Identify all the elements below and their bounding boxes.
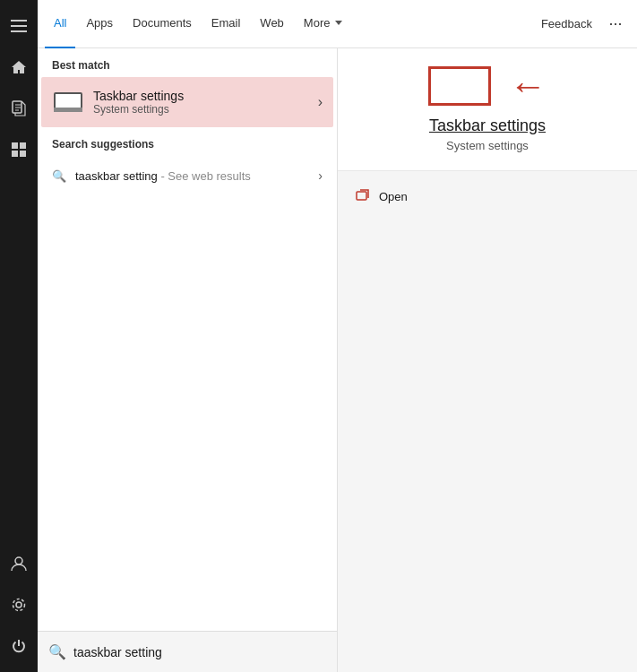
right-top-icons: ← xyxy=(428,66,547,106)
tab-email[interactable]: Email xyxy=(202,0,250,48)
home-icon[interactable] xyxy=(0,48,38,86)
hamburger-icon[interactable] xyxy=(0,7,38,45)
right-actions: Open xyxy=(338,171,637,222)
best-match-text: Taskbar settings System settings xyxy=(93,89,318,116)
settings-icon[interactable] xyxy=(0,586,38,624)
search-input[interactable] xyxy=(73,645,326,659)
tab-web[interactable]: Web xyxy=(251,0,293,48)
best-match-subtitle: System settings xyxy=(93,103,318,116)
content-area: Best match Taskbar settings System setti… xyxy=(38,48,637,672)
taskbar-settings-icon xyxy=(52,86,84,118)
nav-more-button[interactable]: ··· xyxy=(601,10,630,39)
feedback-button[interactable]: Feedback xyxy=(532,12,601,36)
taskbar-preview-icon xyxy=(428,66,491,106)
tab-documents[interactable]: Documents xyxy=(124,0,201,48)
power-icon[interactable] xyxy=(0,627,38,665)
svg-rect-0 xyxy=(11,20,27,22)
suggestion-chevron-icon: › xyxy=(318,168,323,183)
top-nav: All Apps Documents Email Web More Feedba… xyxy=(38,0,637,48)
right-panel-title: Taskbar settings xyxy=(429,116,546,135)
sidebar-bottom xyxy=(0,545,38,672)
arrow-left-icon: ← xyxy=(509,67,547,105)
chevron-down-icon xyxy=(335,21,342,25)
best-match-label: Best match xyxy=(38,48,337,77)
search-suggestion-icon: 🔍 xyxy=(52,169,66,183)
svg-rect-4 xyxy=(12,142,18,149)
search-bar: 🔍 xyxy=(38,631,337,672)
search-suggestions-section: Search suggestions xyxy=(38,127,337,161)
svg-rect-7 xyxy=(20,151,26,157)
best-match-item[interactable]: Taskbar settings System settings › xyxy=(41,77,333,127)
tab-more[interactable]: More xyxy=(295,0,352,48)
open-action-icon xyxy=(356,189,370,204)
best-match-title: Taskbar settings xyxy=(93,89,318,103)
right-panel-subtitle: System settings xyxy=(446,139,529,152)
person-icon[interactable] xyxy=(0,545,38,582)
grid-icon[interactable] xyxy=(0,131,38,168)
svg-rect-5 xyxy=(20,142,26,149)
right-panel: ← Taskbar settings System settings Open xyxy=(338,48,637,672)
search-suggestion-text: taaskbar setting - See web results xyxy=(75,169,318,183)
svg-point-8 xyxy=(15,557,22,564)
search-suggestions-label: Search suggestions xyxy=(52,138,323,156)
search-suggestion-item[interactable]: 🔍 taaskbar setting - See web results › xyxy=(41,161,333,190)
right-panel-top: ← Taskbar settings System settings xyxy=(338,48,637,171)
open-action-label: Open xyxy=(379,190,408,203)
best-match-arrow-icon: › xyxy=(318,94,323,110)
svg-point-9 xyxy=(16,602,22,607)
sidebar xyxy=(0,0,38,672)
open-action[interactable]: Open xyxy=(352,182,623,211)
svg-rect-2 xyxy=(11,30,27,32)
svg-point-10 xyxy=(13,599,25,611)
svg-rect-12 xyxy=(54,108,82,112)
svg-rect-1 xyxy=(11,25,27,27)
document-icon[interactable] xyxy=(0,90,38,127)
left-panel: Best match Taskbar settings System setti… xyxy=(38,48,338,672)
tab-apps[interactable]: Apps xyxy=(77,0,122,48)
tab-all[interactable]: All xyxy=(45,0,75,48)
svg-rect-13 xyxy=(357,192,366,200)
svg-rect-6 xyxy=(12,151,18,157)
search-bar-icon: 🔍 xyxy=(48,643,66,660)
search-bar-container: 🔍 xyxy=(38,631,337,672)
main-content: All Apps Documents Email Web More Feedba… xyxy=(38,0,637,672)
